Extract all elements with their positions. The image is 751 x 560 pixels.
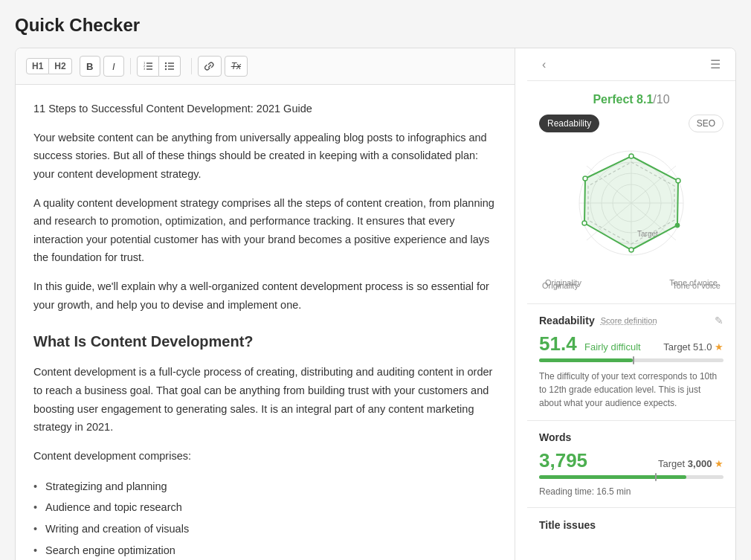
words-header: Words (539, 431, 723, 443)
svg-point-24 (675, 223, 680, 228)
menu-button[interactable]: ☰ (706, 56, 725, 73)
words-count: 3,795 (539, 449, 587, 472)
readability-difficulty: Fairly difficult (584, 341, 641, 353)
readability-value-row: 51.4 Fairly difficult Target 51.0 ★ (539, 332, 723, 355)
score-label: Perfect 8.1/10 (539, 91, 723, 107)
score-tabs: Readability SEO (539, 115, 723, 132)
bold-button[interactable]: B (80, 56, 100, 77)
readability-edit-button[interactable]: ✎ (715, 315, 723, 326)
words-progress-bar (539, 475, 723, 479)
main-container: H1 H2 B I 1 2 3 (15, 48, 736, 560)
readability-target-marker (633, 356, 634, 364)
svg-point-25 (629, 248, 634, 252)
tone-voice-label-text: Tone of voice (672, 281, 721, 290)
originality-label-text: Originality (542, 281, 578, 290)
paragraph-3: In this guide, we'll explain why a well-… (33, 277, 497, 314)
paragraph-2: A quality content development strategy c… (33, 194, 497, 268)
link-button[interactable] (198, 56, 222, 77)
list-item: Audience and topic research (33, 497, 497, 518)
h1-button[interactable]: H1 (26, 58, 49, 74)
svg-point-11 (164, 68, 166, 70)
score-definition-link[interactable]: Score definition (601, 316, 657, 325)
svg-marker-21 (584, 156, 678, 250)
section-paragraph-1: Content development is a full-cycle proc… (33, 363, 497, 437)
toolbar: H1 H2 B I 1 2 3 (16, 48, 515, 85)
svg-point-27 (583, 176, 587, 181)
italic-button[interactable]: I (103, 56, 124, 77)
words-value-row: 3,795 Target 3,000 ★ (539, 449, 723, 472)
words-title: Words (539, 431, 571, 443)
title-issues-title: Title issues (539, 519, 596, 531)
readability-description: The difficulty of your text corresponds … (539, 370, 723, 410)
readability-progress-bar (539, 358, 723, 362)
readability-header: Readability Score definition ✎ (539, 315, 723, 326)
list-item: Writing and creation of visuals (33, 518, 497, 540)
ordered-list-button[interactable]: 1 2 3 (137, 56, 159, 77)
score-section: Perfect 8.1/10 Readability SEO (527, 81, 735, 304)
unordered-list-button[interactable] (159, 56, 181, 77)
readability-section: Readability Score definition ✎ 51.4 Fair… (527, 304, 735, 421)
paragraph-1: Your website content can be anything fro… (33, 129, 497, 184)
svg-text:Target: Target (637, 230, 658, 238)
title-issues-section: Title issues (527, 508, 735, 542)
article-title: 11 Steps to Successful Content Developme… (33, 100, 497, 118)
reading-time: Reading time: 16.5 min (539, 486, 723, 497)
tab-seo[interactable]: SEO (689, 115, 723, 132)
svg-point-22 (629, 154, 634, 158)
editor-content[interactable]: 11 Steps to Successful Content Developme… (16, 85, 515, 560)
page-title: Quick Checker (15, 15, 736, 36)
list-buttons: 1 2 3 (137, 56, 181, 77)
content-list: Strategizing and planning Audience and t… (33, 476, 497, 560)
svg-point-26 (582, 221, 587, 225)
svg-point-10 (164, 65, 166, 67)
svg-text:3: 3 (144, 67, 146, 71)
readability-score: 51.4 (539, 332, 577, 355)
words-section: Words 3,795 Target 3,000 ★ Reading time:… (527, 421, 735, 508)
radar-chart: Target (557, 140, 706, 274)
section-paragraph-2: Content development comprises: (33, 447, 497, 466)
words-progress-fill (539, 475, 686, 479)
toolbar-divider-2 (191, 58, 192, 74)
list-item: Strategizing and planning (33, 476, 497, 498)
h2-button[interactable]: H2 (49, 58, 71, 74)
back-button[interactable]: ‹ (538, 57, 550, 73)
section-heading: What Is Content Development? (33, 329, 497, 354)
heading-buttons: H1 H2 (26, 58, 72, 74)
svg-point-23 (676, 178, 680, 183)
clear-format-button[interactable]: Tx (225, 56, 248, 77)
readability-title: Readability (539, 315, 595, 326)
toolbar-divider-1 (130, 58, 131, 74)
svg-point-9 (164, 62, 166, 64)
list-item: Search engine optimization (33, 540, 497, 560)
words-target-marker (655, 473, 657, 481)
editor-panel: H1 H2 B I 1 2 3 (16, 48, 515, 560)
readability-target: Target 51.0 ★ (663, 341, 723, 353)
readability-progress-fill (539, 358, 633, 362)
tab-readability[interactable]: Readability (539, 115, 599, 132)
right-panel-header: ‹ ☰ (527, 48, 735, 81)
right-panel: ‹ ☰ Perfect 8.1/10 Readability SEO (527, 48, 735, 560)
words-target: Target 3,000 ★ (658, 458, 723, 469)
